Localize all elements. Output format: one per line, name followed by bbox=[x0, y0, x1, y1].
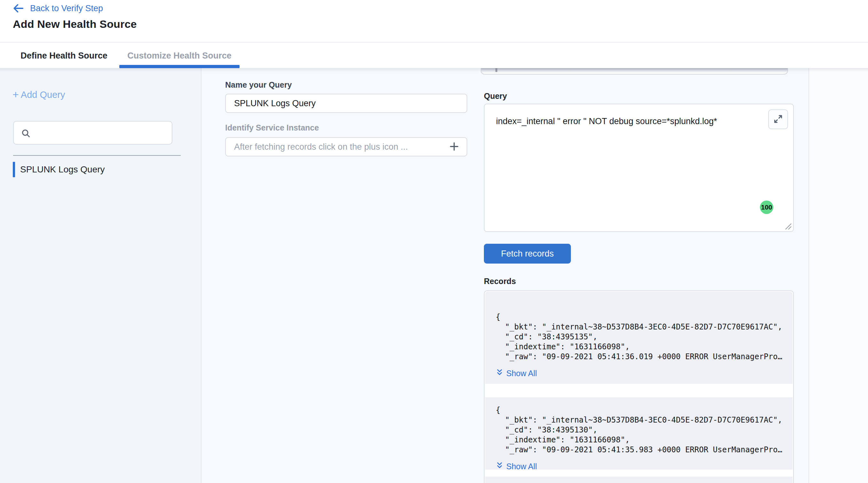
right-panel-area bbox=[809, 68, 868, 483]
query-search-input[interactable] bbox=[35, 123, 169, 143]
record-count-badge: 100 bbox=[760, 201, 773, 214]
service-instance-plus-button[interactable] bbox=[447, 141, 461, 152]
record-card: { "_bkt": "_internal~38~D537D8B4-3EC0-4D… bbox=[485, 397, 793, 470]
records-label: Records bbox=[484, 277, 516, 286]
textarea-resize-grip[interactable] bbox=[783, 221, 792, 230]
records-container: { "_bkt": "_internal~38~D537D8B4-3EC0-4D… bbox=[484, 291, 794, 483]
query-label: Query bbox=[484, 91, 507, 101]
back-to-verify-step-link[interactable]: Back to Verify Step bbox=[12, 3, 103, 13]
show-all-label: Show All bbox=[506, 369, 537, 378]
query-list-sidebar: + Add Query SPLUNK Logs Query bbox=[0, 68, 202, 483]
record-json-line: "_indextime": "1631166098", bbox=[496, 435, 793, 445]
show-all-label: Show All bbox=[506, 462, 537, 471]
add-query-label: Add Query bbox=[21, 90, 65, 100]
add-query-button[interactable]: + Add Query bbox=[12, 89, 65, 100]
plus-icon: + bbox=[12, 89, 19, 100]
expand-icon bbox=[773, 114, 783, 125]
record-json-line: "_cd": "38:4395130", bbox=[496, 425, 793, 435]
record-json-line: "_indextime": "1631166098", bbox=[496, 342, 793, 352]
show-all-link[interactable]: Show All bbox=[496, 461, 537, 472]
record-card: { "_bkt": "_internal~38~D537D8B4-3EC0-4D… bbox=[485, 292, 793, 384]
show-all-link[interactable]: Show All bbox=[496, 368, 537, 379]
clipped-scrolled-input bbox=[481, 68, 788, 74]
query-editor[interactable]: index=_internal " error " NOT debug sour… bbox=[484, 103, 794, 232]
fetch-records-button[interactable]: Fetch records bbox=[484, 244, 571, 264]
expand-query-button[interactable] bbox=[768, 110, 788, 129]
record-json-line: "_raw": "09-09-2021 05:41:35.983 +0000 E… bbox=[496, 445, 793, 455]
record-json-line: "_bkt": "_internal~38~D537D8B4-3EC0-4D5E… bbox=[496, 322, 793, 332]
name-your-query-label: Name your Query bbox=[225, 80, 292, 90]
page-title: Add New Health Source bbox=[13, 18, 137, 30]
sidebar-divider bbox=[13, 155, 181, 156]
plus-icon bbox=[449, 141, 460, 153]
active-tab-underline bbox=[119, 65, 240, 68]
record-card-partial bbox=[485, 477, 793, 483]
tab-bar: Define Health Source Customize Health So… bbox=[0, 43, 868, 68]
tab-customize-health-source[interactable]: Customize Health Source bbox=[119, 43, 240, 68]
record-json-line: "_raw": "09-09-2021 05:41:36.019 +0000 E… bbox=[496, 352, 793, 362]
sidebar-item-splunk-logs-query[interactable]: SPLUNK Logs Query bbox=[13, 162, 105, 177]
double-chevron-down-icon bbox=[496, 368, 503, 379]
record-json-line: { bbox=[496, 405, 793, 415]
record-json-line: { bbox=[496, 312, 793, 322]
query-name-input[interactable] bbox=[225, 94, 467, 113]
content-area: + Add Query SPLUNK Logs Query Name your … bbox=[0, 68, 868, 483]
record-json-line: "_cd": "38:4395135", bbox=[496, 332, 793, 342]
record-json-line: "_bkt": "_internal~38~D537D8B4-3EC0-4D5E… bbox=[496, 415, 793, 425]
query-item-label: SPLUNK Logs Query bbox=[20, 164, 105, 175]
selected-indicator-bar bbox=[13, 162, 15, 177]
tab-define-health-source[interactable]: Define Health Source bbox=[18, 43, 110, 68]
service-instance-input[interactable] bbox=[225, 137, 467, 156]
arrow-left-icon bbox=[12, 3, 24, 13]
query-text: index=_internal " error " NOT debug sour… bbox=[496, 115, 752, 127]
add-health-source-screen: Back to Verify Step Add New Health Sourc… bbox=[0, 0, 868, 483]
back-link-label: Back to Verify Step bbox=[30, 3, 103, 13]
page-header: Back to Verify Step Add New Health Sourc… bbox=[0, 0, 868, 42]
double-chevron-down-icon bbox=[496, 461, 503, 472]
clipped-text-remnant bbox=[495, 68, 497, 72]
identify-service-instance-label: Identify Service Instance bbox=[225, 123, 319, 132]
query-search-box bbox=[13, 121, 173, 145]
